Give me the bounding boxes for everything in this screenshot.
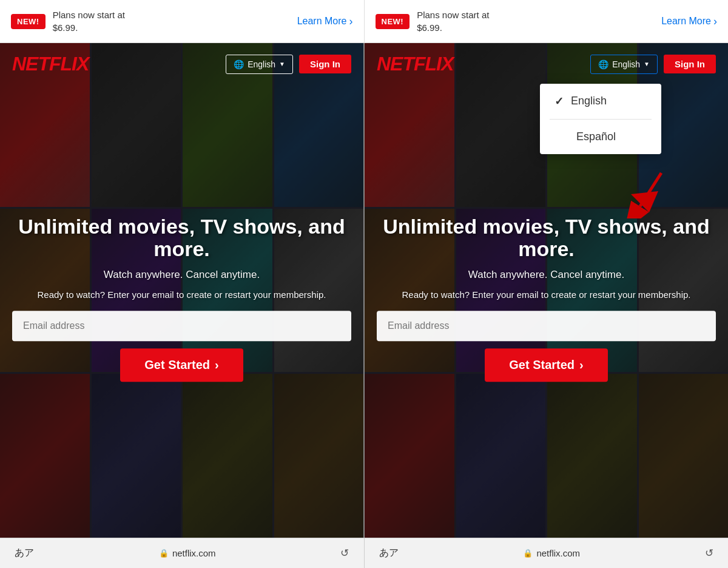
lang-option-english[interactable]: ✓ English (540, 84, 661, 119)
get-started-button-right[interactable]: Get Started › (485, 349, 607, 382)
browser-bar-right: あア 🔒 netflix.com ↺ (365, 538, 729, 568)
header-right-left: 🌐 English ▼ Sign In (226, 55, 351, 74)
banner-text-right: Plans now start at $6.99. (417, 8, 489, 34)
screen-right: NETFLIX 🌐 English ▼ Sign In ✓ English (365, 43, 728, 538)
screen-header-right: NETFLIX 🌐 English ▼ Sign In ✓ English (365, 43, 728, 85)
hero-content-right: Unlimited movies, TV shows, and more. Wa… (365, 215, 728, 382)
browser-lang-left: あア (15, 547, 34, 560)
browser-url-left: 🔒 netflix.com (159, 548, 216, 558)
browser-lang-right: あア (379, 547, 399, 560)
svg-marker-2 (631, 191, 658, 212)
banner-left: NEW! Plans now start at $6.99. Learn Mor… (0, 0, 365, 42)
email-input-left[interactable] (12, 311, 351, 342)
sign-in-button-left[interactable]: Sign In (299, 55, 351, 73)
screen-left: NETFLIX 🌐 English ▼ Sign In Unlimited mo… (0, 43, 365, 538)
hero-title-right: Unlimited movies, TV shows, and more. (377, 215, 716, 261)
hero-cta-right: Ready to watch? Enter your email to crea… (377, 289, 716, 302)
caret-icon-right: ▼ (644, 61, 650, 67)
hero-subtitle-right: Watch anywhere. Cancel anytime. (377, 269, 716, 282)
hero-title-left: Unlimited movies, TV shows, and more. (12, 215, 351, 261)
language-button-right[interactable]: 🌐 English ▼ (590, 55, 658, 74)
browser-bar: あア 🔒 netflix.com ↺ あア 🔒 netflix.com ↺ (0, 538, 728, 568)
language-button-left[interactable]: 🌐 English ▼ (226, 55, 293, 74)
chevron-right-icon: › (349, 15, 353, 28)
top-banner: NEW! Plans now start at $6.99. Learn Mor… (0, 0, 728, 43)
reload-icon-right[interactable]: ↺ (705, 547, 713, 560)
globe-icon-left: 🌐 (234, 59, 244, 69)
screens-container: NETFLIX 🌐 English ▼ Sign In Unlimited mo… (0, 43, 728, 538)
browser-bar-left: あア 🔒 netflix.com ↺ (0, 538, 365, 568)
learn-more-right[interactable]: Learn More › (661, 15, 717, 28)
reload-icon-left[interactable]: ↺ (340, 547, 349, 560)
browser-url-right: 🔒 netflix.com (523, 548, 580, 558)
hero-content-left: Unlimited movies, TV shows, and more. Wa… (0, 215, 363, 382)
learn-more-left[interactable]: Learn More › (297, 15, 353, 28)
hero-cta-left: Ready to watch? Enter your email to crea… (12, 289, 351, 302)
new-badge-right: NEW! (376, 14, 410, 29)
checkmark-icon: ✓ (554, 95, 564, 108)
header-right-right: 🌐 English ▼ Sign In ✓ English Español (590, 55, 716, 74)
sign-in-button-right[interactable]: Sign In (664, 55, 716, 73)
netflix-logo-right: NETFLIX (377, 53, 453, 75)
caret-icon-left: ▼ (279, 61, 285, 67)
globe-icon-right: 🌐 (598, 59, 608, 69)
get-started-button-left[interactable]: Get Started › (120, 349, 243, 382)
hero-subtitle-left: Watch anywhere. Cancel anytime. (12, 269, 351, 282)
lock-icon-left: 🔒 (159, 549, 169, 558)
chevron-right-icon-2: › (713, 15, 717, 28)
screen-header-left: NETFLIX 🌐 English ▼ Sign In (0, 43, 363, 85)
lang-option-espanol[interactable]: Español (540, 120, 661, 154)
red-arrow-annotation (625, 170, 667, 218)
email-input-right[interactable] (377, 311, 716, 342)
banner-right: NEW! Plans now start at $6.99. Learn Mor… (365, 0, 729, 42)
new-badge-left: NEW! (11, 14, 46, 29)
netflix-logo-left: NETFLIX (12, 53, 89, 75)
chevron-icon-2: › (579, 359, 584, 373)
lock-icon-right: 🔒 (523, 549, 533, 558)
banner-text-left: Plans now start at $6.99. (53, 8, 125, 34)
chevron-icon: › (215, 359, 219, 373)
language-dropdown: ✓ English Español (540, 84, 661, 154)
